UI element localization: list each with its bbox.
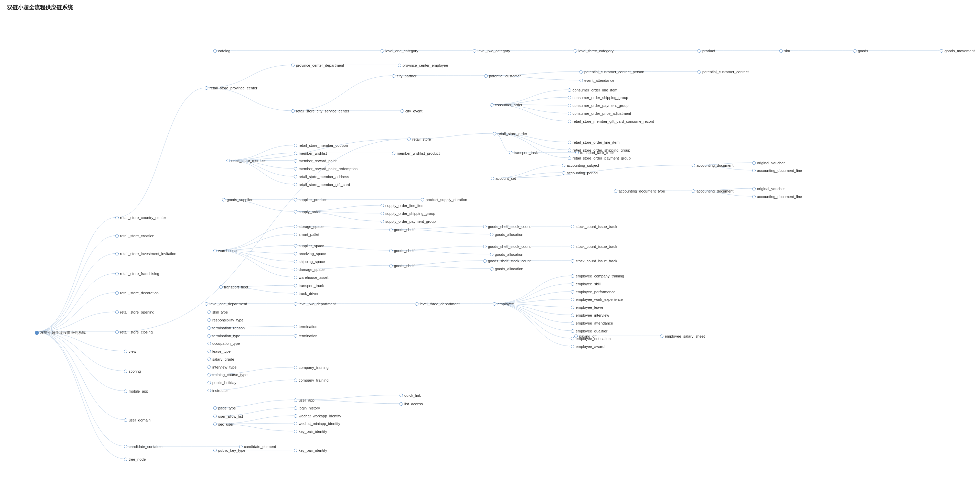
node-stock_count_issue_track2[interactable]: stock_count_issue_track bbox=[571, 244, 617, 249]
node-supply_order[interactable]: supply_order bbox=[294, 210, 321, 214]
node-level_two_category[interactable]: level_two_category bbox=[473, 49, 510, 53]
node-goods_shelf[interactable]: goods_shelf bbox=[389, 228, 414, 232]
node-key_pair_identity2[interactable]: key_pair_identity bbox=[294, 448, 327, 452]
node-level_one_category[interactable]: level_one_category bbox=[380, 49, 418, 53]
node-warehouse_asset[interactable]: warehouse_asset bbox=[294, 275, 328, 279]
node-account_set[interactable]: account_set bbox=[491, 176, 516, 181]
node-employee_work_experience[interactable]: employee_work_experience bbox=[571, 297, 623, 301]
node-original_voucher2[interactable]: original_voucher bbox=[752, 187, 785, 191]
node-employee_award[interactable]: employee_award bbox=[571, 344, 605, 349]
node-supplier_space[interactable]: supplier_space bbox=[294, 244, 324, 248]
node-retail_store_member_gift_card[interactable]: retail_store_member_gift_card bbox=[294, 182, 350, 187]
node-consumer_order_price_adjustment[interactable]: consumer_order_price_adjustment bbox=[568, 111, 631, 116]
node-employee_performance[interactable]: employee_performance bbox=[571, 290, 616, 294]
node-goods_shelf2[interactable]: goods_shelf bbox=[389, 249, 414, 253]
node-supply_order_payment_group[interactable]: supply_order_payment_group bbox=[380, 219, 436, 224]
node-consumer_order_shipping_group[interactable]: consumer_order_shipping_group bbox=[568, 95, 628, 100]
node-user_app[interactable]: user_app bbox=[294, 398, 315, 402]
node-retail_store_investment_invitation[interactable]: retail_store_investment_invitation bbox=[115, 252, 176, 256]
node-smart_pallet[interactable]: smart_pallet bbox=[294, 232, 319, 236]
node-accounting_document_type[interactable]: accounting_document_type bbox=[614, 189, 665, 193]
node-public_key_type[interactable]: public_key_type bbox=[213, 448, 245, 452]
node-city_event[interactable]: city_event bbox=[401, 109, 423, 113]
node-retail_store_member_gift_card_consume_record[interactable]: retail_store_member_gift_card_consume_re… bbox=[568, 119, 654, 124]
node-warehouse[interactable]: warehouse bbox=[213, 249, 237, 253]
node-retail_store_order_line_item[interactable]: retail_store_order_line_item bbox=[568, 140, 619, 144]
node-accounting_document2[interactable]: accounting_document bbox=[692, 189, 733, 193]
node-employee_attendance[interactable]: employee_attendance bbox=[571, 321, 613, 325]
node-stock_count_issue_track[interactable]: stock_count_issue_track bbox=[571, 225, 617, 228]
node-level_three_department[interactable]: level_three_department bbox=[415, 302, 460, 306]
node-root[interactable]: 双链小超全流程供应链系统 bbox=[35, 330, 86, 335]
node-key_pair_identity[interactable]: key_pair_identity bbox=[294, 430, 327, 433]
node-instructor[interactable]: instructor bbox=[207, 388, 228, 393]
node-sku[interactable]: sku bbox=[780, 49, 790, 53]
node-consumer_order_payment_group[interactable]: consumer_order_payment_group bbox=[568, 103, 629, 108]
node-employee_leave[interactable]: employee_leave bbox=[571, 305, 603, 309]
node-retail_store[interactable]: retail_store bbox=[407, 137, 431, 141]
node-goods_allocation3[interactable]: goods_allocation bbox=[490, 267, 523, 271]
node-potential_customer[interactable]: potential_customer bbox=[484, 74, 521, 78]
node-supplier_product[interactable]: supplier_product bbox=[294, 198, 326, 202]
node-retail_store_country_center[interactable]: retail_store_country_center bbox=[115, 216, 166, 220]
node-employee_skill[interactable]: employee_skill bbox=[571, 282, 600, 286]
node-city_partner[interactable]: city_partner bbox=[392, 74, 416, 78]
node-member_wishlist_product[interactable]: member_wishlist_product bbox=[392, 151, 440, 155]
node-level_one_department[interactable]: level_one_department bbox=[205, 302, 247, 306]
node-accounting_subject[interactable]: accounting_subject bbox=[562, 163, 599, 167]
node-shipping_space[interactable]: shipping_space bbox=[294, 260, 325, 264]
node-event_attendance[interactable]: event_attendance bbox=[579, 78, 614, 82]
node-employee_company_training[interactable]: employee_company_training bbox=[571, 274, 624, 278]
node-retail_store_order_payment_group[interactable]: retail_store_order_payment_group bbox=[568, 156, 631, 160]
node-transport_task[interactable]: transport_task bbox=[509, 151, 538, 155]
node-transport_truck[interactable]: transport_truck bbox=[294, 284, 324, 288]
node-retail_store_member_coupon[interactable]: retail_store_member_coupon bbox=[294, 143, 348, 147]
node-candidate_element[interactable]: candidate_element bbox=[239, 444, 276, 449]
node-supply_order_shipping_group[interactable]: supply_order_shipping_group bbox=[380, 211, 435, 216]
node-employee_interview[interactable]: employee_interview bbox=[571, 313, 609, 317]
node-goods_shelf3[interactable]: goods_shelf bbox=[389, 264, 414, 268]
node-retail_store_decoration[interactable]: retail_store_decoration bbox=[115, 291, 159, 295]
node-wechat_workapp_identity[interactable]: wechat_workapp_identity bbox=[294, 414, 341, 418]
node-retail_store_city_service_center[interactable]: retail_store_city_service_center bbox=[291, 109, 349, 113]
node-user_domain[interactable]: user_domain bbox=[124, 418, 151, 422]
node-consumer_order[interactable]: consumer_order bbox=[490, 103, 522, 107]
node-mobile_app[interactable]: mobile_app bbox=[124, 389, 148, 393]
node-training_course_type[interactable]: training_course_type bbox=[207, 373, 247, 377]
node-candidate_container[interactable]: candidate_container bbox=[124, 444, 163, 449]
node-member_reward_point[interactable]: member_reward_point bbox=[294, 159, 337, 163]
node-employee_qualifier[interactable]: employee_qualifier bbox=[571, 329, 607, 333]
node-potential_customer_contact[interactable]: potential_customer_contact bbox=[697, 70, 749, 74]
node-page_type[interactable]: page_type bbox=[213, 406, 236, 410]
node-consumer_order_line_item[interactable]: consumer_order_line_item bbox=[568, 88, 617, 92]
node-goods_allocation2[interactable]: goods_allocation bbox=[490, 252, 523, 257]
node-termination_type[interactable]: termination_type bbox=[207, 334, 240, 338]
node-potential_customer_contact_person[interactable]: potential_customer_contact_person bbox=[579, 70, 644, 74]
node-goods_movement[interactable]: goods_movement bbox=[940, 49, 975, 53]
node-stock_count_issue_track3[interactable]: stock_count_issue_track bbox=[571, 259, 617, 263]
node-member_reward_point_redemption[interactable]: member_reward_point_redemption bbox=[294, 167, 358, 171]
node-damage_space[interactable]: damage_space bbox=[294, 268, 325, 271]
node-sec_user[interactable]: sec_user bbox=[213, 422, 234, 426]
node-truck_driver[interactable]: truck_driver bbox=[294, 292, 318, 296]
node-transport_fleet[interactable]: transport_fleet bbox=[219, 285, 248, 289]
node-occupation_type[interactable]: occupation_type bbox=[207, 341, 240, 346]
node-view[interactable]: view bbox=[124, 349, 136, 354]
node-retail_store_creation[interactable]: retail_store_creation bbox=[115, 234, 154, 238]
node-goods_allocation[interactable]: goods_allocation bbox=[490, 232, 523, 236]
node-accounting_document_line2[interactable]: accounting_document_line bbox=[752, 195, 802, 199]
node-termination[interactable]: termination bbox=[294, 325, 317, 329]
node-accounting_document[interactable]: accounting_document bbox=[692, 163, 733, 167]
node-company_training[interactable]: company_training bbox=[294, 365, 329, 369]
node-employee_salary_sheet[interactable]: employee_salary_sheet bbox=[660, 334, 705, 338]
node-province_center_employee[interactable]: province_center_employee bbox=[398, 63, 448, 67]
node-retail_store_order[interactable]: retail_store_order bbox=[493, 132, 527, 136]
node-responsibility_type[interactable]: responsibility_type bbox=[207, 318, 243, 322]
node-salary_grade[interactable]: salary_grade bbox=[207, 357, 234, 362]
node-employee_education[interactable]: employee_education bbox=[571, 336, 611, 341]
node-catalog[interactable]: catalog bbox=[213, 49, 230, 53]
node-wechat_miniapp_identity[interactable]: wechat_miniapp_identity bbox=[294, 422, 340, 426]
node-termination2[interactable]: termination bbox=[294, 334, 317, 338]
node-storage_space[interactable]: storage_space bbox=[294, 225, 323, 228]
node-retail_store_province_center[interactable]: retail_store_province_center bbox=[205, 86, 258, 90]
